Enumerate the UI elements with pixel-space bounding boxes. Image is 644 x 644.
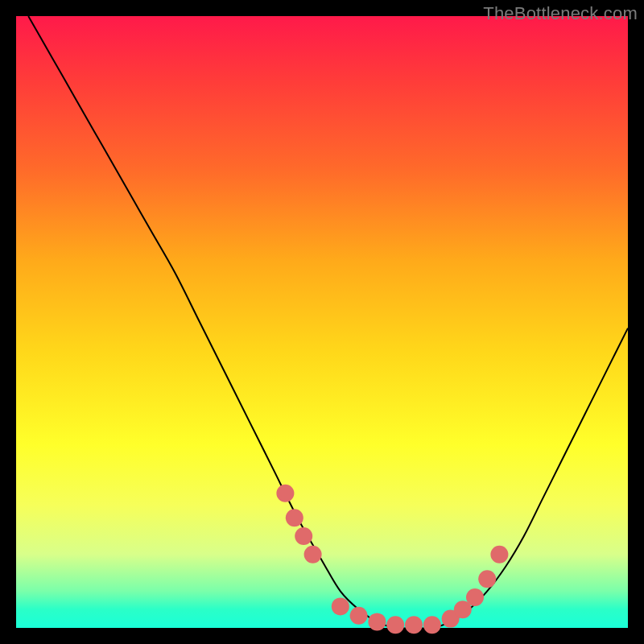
highlight-dot	[295, 527, 312, 545]
highlight-dot	[276, 485, 294, 502]
highlight-dot	[304, 546, 322, 564]
highlight-dot	[386, 616, 404, 634]
chart-svg	[16, 16, 628, 628]
highlight-dot	[478, 570, 496, 588]
highlight-dot	[368, 613, 386, 630]
highlight-dot	[350, 607, 368, 625]
highlight-dot	[332, 597, 349, 615]
highlight-dot	[490, 546, 508, 564]
highlight-dot	[286, 509, 303, 526]
chart-container: TheBottleneck.com	[0, 0, 644, 644]
dots-layer	[276, 485, 508, 634]
highlight-dot	[423, 616, 441, 634]
bottleneck-curve	[28, 16, 628, 629]
curve-layer	[28, 16, 628, 629]
highlight-dot	[405, 616, 423, 634]
highlight-dot	[466, 588, 484, 606]
watermark-text: TheBottleneck.com	[483, 3, 638, 24]
